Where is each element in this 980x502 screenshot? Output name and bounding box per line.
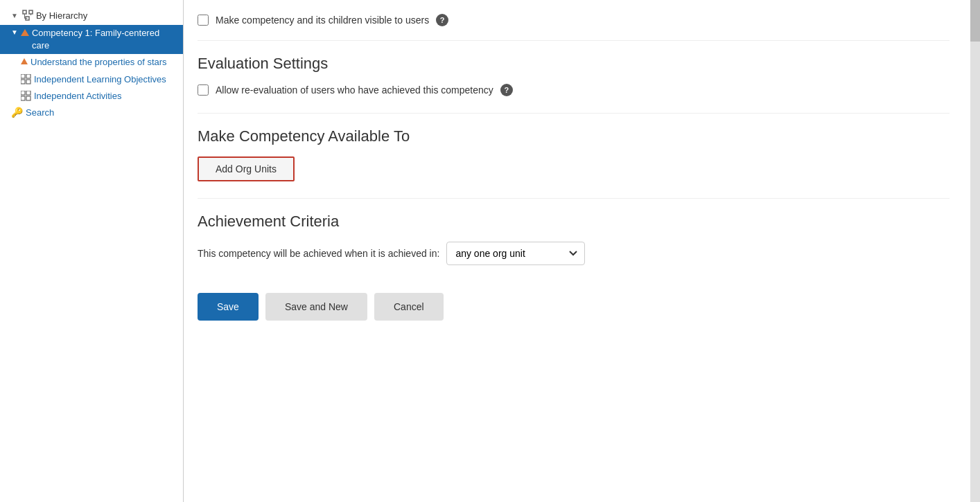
scrollbar-thumb[interactable] (970, 0, 980, 42)
reevaluation-label: Allow re-evaluation of users who have ac… (216, 84, 493, 96)
sidebar-item-search[interactable]: 🔑 Search (0, 105, 183, 121)
cancel-button[interactable]: Cancel (374, 293, 444, 321)
reevaluation-row: Allow re-evaluation of users who have ac… (198, 84, 950, 96)
divider-2 (198, 113, 950, 114)
sidebar-item-learning-objectives[interactable]: Independent Learning Objectives (0, 71, 183, 88)
visibility-help-icon[interactable]: ? (436, 14, 448, 26)
evaluation-title: Evaluation Settings (198, 55, 950, 73)
svg-rect-11 (26, 91, 30, 95)
grid-icon (21, 74, 31, 84)
add-org-units-button[interactable]: Add Org Units (198, 156, 295, 181)
visibility-row: Make competency and its children visible… (198, 14, 950, 26)
main-content: Make competency and its children visible… (184, 0, 970, 502)
sidebar-item-label: Search (26, 107, 54, 119)
svg-rect-0 (23, 10, 26, 14)
sidebar-item-competency[interactable]: ▼ Competency 1: Family-centered care (0, 25, 183, 54)
sidebar-header: ▼ By Hierarchy (0, 6, 183, 25)
save-and-new-button[interactable]: Save and New (265, 293, 367, 321)
sidebar-item-understand[interactable]: Understand the properties of stars (0, 54, 183, 71)
achievement-section: Achievement Criteria This competency wil… (198, 213, 950, 265)
sidebar-item-label: Independent Activities (34, 90, 121, 102)
svg-rect-13 (26, 96, 30, 100)
reevaluation-checkbox[interactable] (198, 84, 209, 96)
divider-3 (198, 198, 950, 199)
availability-section: Make Competency Available To Add Org Uni… (198, 127, 950, 181)
sidebar-item-label: Understand the properties of stars (30, 56, 167, 69)
grid-icon-2 (21, 91, 31, 101)
sidebar-item-label: Competency 1: Family-centered care (32, 27, 177, 52)
achievement-title: Achievement Criteria (198, 213, 950, 231)
reevaluation-help-icon[interactable]: ? (500, 84, 513, 96)
triangle-icon (21, 29, 29, 36)
sidebar-item-label: Independent Learning Objectives (34, 73, 166, 86)
visibility-checkbox[interactable] (198, 15, 209, 26)
sidebar: ▼ By Hierarchy ▼ Competency 1: Family-ce… (0, 0, 184, 502)
save-button[interactable]: Save (198, 293, 259, 321)
triangle-icon-2 (21, 58, 28, 64)
hierarchy-expand-icon[interactable]: ▼ (11, 12, 18, 19)
svg-rect-6 (21, 74, 25, 78)
svg-rect-8 (21, 80, 25, 84)
achievement-text: This competency will be achieved when it… (198, 248, 439, 259)
expand-icon: ▼ (11, 28, 18, 36)
svg-rect-1 (29, 10, 33, 14)
svg-rect-12 (21, 96, 25, 100)
availability-title: Make Competency Available To (198, 127, 950, 145)
visibility-label: Make competency and its children visible… (216, 15, 429, 26)
svg-rect-10 (21, 91, 25, 95)
evaluation-section: Evaluation Settings Allow re-evaluation … (198, 55, 950, 96)
sidebar-header-label: By Hierarchy (36, 10, 87, 21)
scrollbar[interactable] (970, 0, 980, 502)
sidebar-item-activities[interactable]: Independent Activities (0, 88, 183, 105)
tree-icon (22, 10, 33, 21)
svg-rect-9 (26, 80, 30, 84)
footer-buttons: Save Save and New Cancel (198, 293, 950, 334)
divider-1 (198, 40, 950, 41)
key-icon: 🔑 (11, 107, 23, 118)
achievement-dropdown[interactable]: any one org unit all org units (446, 242, 585, 265)
svg-rect-7 (26, 74, 30, 78)
achievement-row: This competency will be achieved when it… (198, 242, 950, 265)
